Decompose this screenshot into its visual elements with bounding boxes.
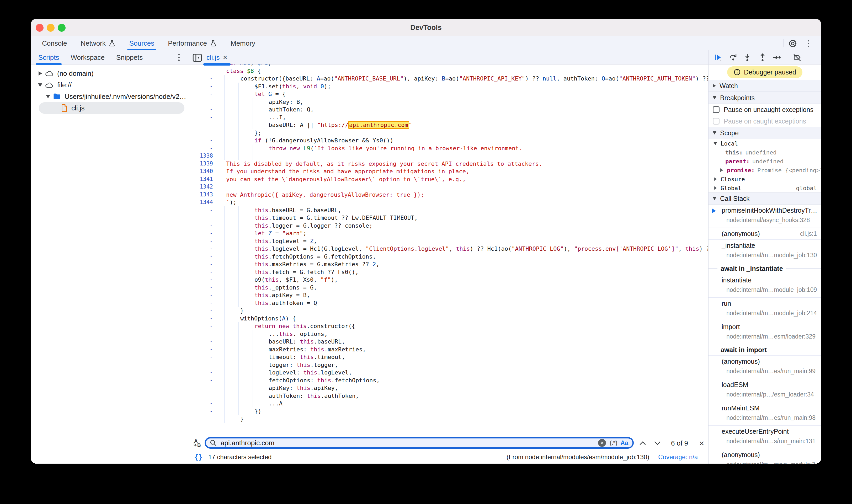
section-scope[interactable]: Scope	[709, 127, 821, 139]
source-code-viewer[interactable]: -var Xs0, $F1;-class $8 {-constructor({b…	[188, 65, 708, 436]
scope-group-global[interactable]: Globalglobal	[709, 183, 821, 193]
line-number-gutter[interactable]: -	[188, 83, 213, 90]
replace-toggle-icon[interactable]: A ↳ B	[192, 438, 203, 448]
tree-item-cli-js[interactable]: cli.js	[39, 102, 184, 114]
toggle-navigator-icon[interactable]	[192, 53, 202, 62]
line-number-gutter[interactable]: 1344	[188, 198, 213, 206]
line-number-gutter[interactable]: -	[188, 322, 213, 330]
deactivate-breakpoints-icon[interactable]	[792, 52, 803, 62]
line-number-gutter[interactable]: -	[188, 98, 213, 106]
section-watch[interactable]: Watch	[709, 80, 821, 92]
section-breakpoints[interactable]: Breakpoints	[709, 92, 821, 104]
tab-sources[interactable]: Sources	[123, 36, 161, 50]
expand-toggle[interactable]	[37, 71, 43, 75]
call-stack-frame[interactable]: promiseInitHookWithDestroyTr…node:intern…	[709, 204, 821, 228]
line-number-gutter[interactable]: 1341	[188, 176, 213, 183]
line-number-gutter[interactable]: -	[188, 214, 213, 222]
settings-gear-icon[interactable]	[787, 38, 798, 49]
editor-tab-clijs[interactable]: cli.js ×	[203, 50, 231, 65]
call-stack-frame[interactable]: (anonymous)cli.js:1	[709, 228, 821, 240]
match-case-toggle-icon[interactable]: Aa	[621, 439, 628, 447]
navigator-tab-workspace[interactable]: Workspace	[65, 50, 110, 65]
navigator-tab-scripts[interactable]: Scripts	[33, 50, 65, 65]
expand-toggle[interactable]	[37, 84, 43, 87]
line-number-gutter[interactable]: -	[188, 222, 213, 230]
call-stack-frame[interactable]: importnode:internal/m…esm/loader:329	[709, 321, 821, 344]
line-number-gutter[interactable]: -	[188, 400, 213, 408]
line-number-gutter[interactable]: -	[188, 338, 213, 346]
line-number-gutter[interactable]: -	[188, 75, 213, 83]
line-number-gutter[interactable]: -	[188, 307, 213, 315]
tab-performance[interactable]: Performance	[161, 36, 224, 50]
scope-variable-parent[interactable]: parent:undefined	[709, 157, 821, 166]
call-stack-frame[interactable]: _instantiatenode:internal/m…module_job:1…	[709, 240, 821, 263]
tab-network[interactable]: Network	[74, 36, 122, 50]
line-number-gutter[interactable]: -	[188, 113, 213, 121]
tree-item--no-domain-[interactable]: (no domain)	[31, 68, 188, 79]
previous-match-button[interactable]	[637, 439, 648, 448]
line-number-gutter[interactable]: -	[188, 276, 213, 284]
step-out-icon[interactable]	[757, 52, 768, 62]
checkbox[interactable]	[713, 106, 720, 113]
scope-variable-promise[interactable]: promise:Promise {<pending>}	[709, 166, 821, 175]
call-stack-frame[interactable]: (anonymous)node:internal/m…main_module:2	[709, 449, 821, 464]
line-number-gutter[interactable]: -	[188, 137, 213, 144]
call-stack-frame[interactable]: runMainESMnode:internal/m…es/run_main:98	[709, 402, 821, 426]
line-number-gutter[interactable]: 1343	[188, 191, 213, 199]
call-stack-frame[interactable]: loadESMnode:internal/p…/esm_loader:34	[709, 379, 821, 402]
line-number-gutter[interactable]: 1340	[188, 167, 213, 176]
tree-item-users-jinhuilee-nvm-versions-node-v2-[interactable]: Users/jinhuilee/.nvm/versions/node/v2…	[31, 91, 188, 102]
line-number-gutter[interactable]: -	[188, 299, 213, 307]
line-number-gutter[interactable]: -	[188, 253, 213, 260]
line-number-gutter[interactable]: -	[188, 353, 213, 361]
coverage-link[interactable]: Coverage: n/a	[658, 450, 698, 464]
line-number-gutter[interactable]: -	[188, 315, 213, 323]
step-into-icon[interactable]	[742, 52, 753, 62]
line-number-gutter[interactable]: -	[188, 377, 213, 384]
next-match-button[interactable]	[652, 439, 662, 448]
section-call-stack[interactable]: Call Stack	[709, 193, 821, 204]
regex-toggle-icon[interactable]: (.*)	[610, 439, 617, 446]
line-number-gutter[interactable]: -	[188, 129, 213, 137]
line-number-gutter[interactable]: -	[188, 144, 213, 152]
close-tab-icon[interactable]: ×	[223, 54, 228, 61]
line-number-gutter[interactable]: -	[188, 408, 213, 415]
call-stack-frame[interactable]: instantiatenode:internal/m…module_job:10…	[709, 274, 821, 298]
line-number-gutter[interactable]: -	[188, 346, 213, 354]
scope-group-closure[interactable]: Closure	[709, 175, 821, 183]
line-number-gutter[interactable]: -	[188, 230, 213, 237]
tab-console[interactable]: Console	[35, 36, 74, 50]
navigator-more-kebab-icon[interactable]	[174, 52, 184, 62]
line-number-gutter[interactable]: 1342	[188, 183, 213, 191]
line-number-gutter[interactable]: -	[188, 330, 213, 338]
source-origin-link[interactable]: node:internal/modules/esm/module_job:130	[525, 453, 647, 461]
line-number-gutter[interactable]: 1339	[188, 160, 213, 168]
line-number-gutter[interactable]: -	[188, 291, 213, 299]
line-number-gutter[interactable]: -	[188, 392, 213, 400]
line-number-gutter[interactable]: -	[188, 284, 213, 292]
line-number-gutter[interactable]: -	[188, 90, 213, 98]
step-icon[interactable]	[771, 52, 782, 62]
expand-toggle[interactable]	[45, 95, 51, 98]
call-stack-frame[interactable]: executeUserEntryPointnode:internal/m…s/r…	[709, 426, 821, 449]
line-number-gutter[interactable]: -	[188, 369, 213, 377]
line-number-gutter[interactable]: -	[188, 206, 213, 214]
line-number-gutter[interactable]: -	[188, 245, 213, 253]
line-number-gutter[interactable]: -	[188, 260, 213, 268]
line-number-gutter[interactable]: -	[188, 106, 213, 113]
call-stack-frame[interactable]: (anonymous)node:internal/m…es/run_main:9…	[709, 356, 821, 379]
line-number-gutter[interactable]: -	[188, 121, 213, 129]
line-number-gutter[interactable]: -	[188, 384, 213, 392]
call-stack-frame[interactable]: runnode:internal/m…module_job:214	[709, 298, 821, 321]
step-over-icon[interactable]	[727, 52, 739, 62]
tree-item-file-[interactable]: file://	[31, 79, 188, 91]
close-find-bar-icon[interactable]: ×	[697, 438, 707, 448]
line-number-gutter[interactable]: -	[188, 237, 213, 245]
tab-memory[interactable]: Memory	[224, 36, 262, 50]
line-number-gutter[interactable]: -	[188, 268, 213, 276]
search-input[interactable]	[220, 439, 598, 447]
navigator-tab-snippets[interactable]: Snippets	[110, 50, 148, 65]
pretty-print-icon[interactable]: {}	[194, 450, 203, 464]
more-options-kebab-icon[interactable]	[803, 38, 814, 49]
breakpoint-option-pause-on-uncaught-exceptions[interactable]: Pause on uncaught exceptions	[709, 104, 821, 115]
